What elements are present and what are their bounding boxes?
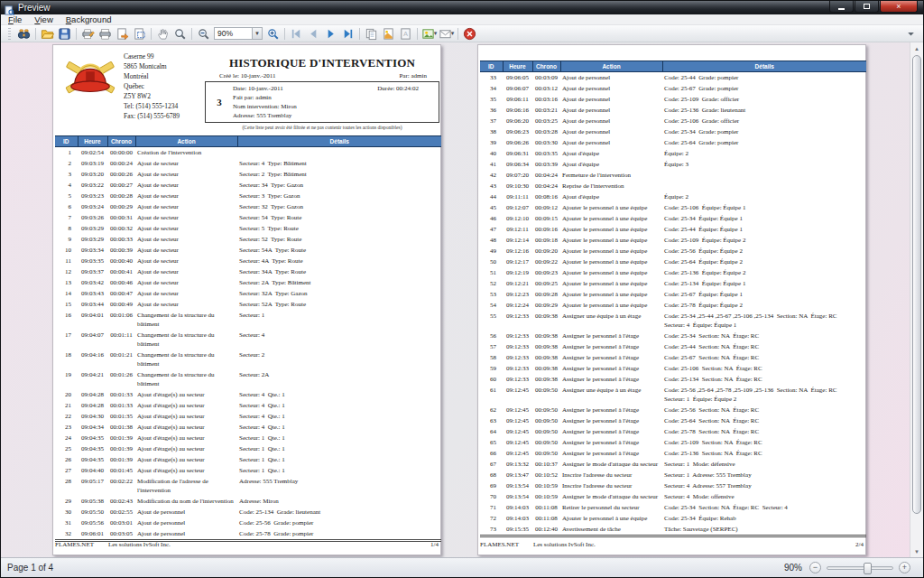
row-details: Adresse: Miron (237, 496, 441, 507)
row-chrono: 00:00:33 (107, 234, 135, 245)
row-details: Adresse: 555 Tremblay (237, 476, 441, 496)
row-chrono: 00:00:00 (107, 147, 135, 159)
row-details: Secteur: 1 (237, 310, 441, 330)
status-bar: Page 1 of 4 90% − + (1, 557, 923, 577)
zoom-out-button[interactable] (195, 26, 212, 42)
row-details: Code: 25-78 Section: NA Étage: RC (662, 426, 866, 437)
row-heure: 09:03:20 (78, 169, 107, 180)
row-heure: 09:12:10 (503, 213, 532, 224)
table-row: 6009:12:3300:09:38Assigner le personnel … (480, 374, 866, 385)
row-heure: 09:12:45 (503, 415, 532, 426)
zoom-slider-thumb[interactable] (864, 563, 872, 574)
menu-file[interactable]: File (8, 14, 22, 24)
toolbar-separator (76, 28, 77, 40)
scroll-down-icon[interactable]: ▼ (910, 545, 923, 557)
nav-next-button[interactable] (322, 26, 339, 42)
row-details: Code: 25-64 Équipe: Équipe 2 (662, 256, 866, 267)
table-row: 809:03:2900:00:32Ajout de secteurSecteur… (55, 223, 441, 234)
zoom-in-button[interactable]: + (899, 562, 910, 573)
row-id: 56 (480, 331, 503, 341)
row-chrono: 00:03:01 (107, 517, 135, 528)
row-details: Code: 25-34 Équipe: Équipe 1 (662, 213, 866, 224)
vertical-scrollbar[interactable]: ▲ ▼ (910, 42, 923, 557)
hand-button[interactable] (154, 26, 171, 42)
svg-text:A: A (403, 30, 408, 38)
scroll-up-icon[interactable]: ▲ (910, 42, 923, 54)
nav-prev-button[interactable] (305, 26, 322, 42)
row-action: Ajout de personnel (560, 105, 662, 116)
row-id: 30 (55, 507, 78, 517)
zoom-in-button[interactable] (264, 26, 282, 42)
row-chrono: 00:00:47 (107, 288, 135, 299)
row-action: Ajouter le personnel à une équipe (560, 213, 662, 224)
watermark-button[interactable]: A (397, 26, 414, 42)
row-details: Code: 25-34 Section: NA Étage: RC Secteu… (662, 502, 866, 513)
watermark-icon: A (399, 27, 412, 41)
menu-view[interactable]: View (34, 14, 52, 24)
snapshot-button[interactable] (131, 26, 148, 42)
row-heure: 09:12:07 (503, 202, 532, 213)
row-details: Code: 25-136 Équipe: Équipe 2 (662, 267, 866, 278)
row-details: Code: 25-78 Grade: pompier (237, 528, 441, 541)
page-background-button[interactable] (380, 26, 397, 42)
row-id: 18 (55, 350, 78, 369)
toolbar-separator (417, 28, 418, 40)
scrollbar-thumb[interactable] (912, 55, 921, 514)
row-details: Code: 25-34 Grade: pompier (662, 126, 866, 137)
maximize-button[interactable] (855, 1, 879, 13)
title-bar[interactable]: Preview × (1, 1, 923, 14)
stop-button[interactable] (461, 26, 478, 42)
close-button[interactable]: × (880, 1, 918, 13)
row-id: 13 (55, 277, 78, 288)
minimize-icon (838, 8, 845, 10)
nav-first-button[interactable] (288, 26, 305, 42)
row-heure: 09:12:45 (503, 448, 532, 459)
row-heure: 09:12:33 (503, 341, 532, 352)
table-row: 1909:04:2100:01:26Changement de la struc… (55, 369, 441, 389)
image-export-button[interactable]: ▾ (420, 26, 438, 42)
row-action: Ajouter le personnel à une équipe (560, 202, 662, 213)
print-setup-button[interactable] (79, 26, 97, 42)
row-action: Ajouter le personnel à une équipe (560, 246, 662, 256)
row-heure: 09:12:33 (503, 363, 532, 374)
row-chrono: 00:00:39 (107, 245, 135, 256)
row-action: Ajout de secteur (135, 266, 237, 277)
maximize-icon (864, 4, 870, 9)
zoom-level-combo[interactable]: 90%▾ (214, 27, 263, 40)
page-background-icon (382, 27, 395, 41)
zoom-slider-track[interactable] (827, 566, 893, 570)
table-row: 3909:06:2600:03:30Ajout de personnelCode… (480, 137, 866, 148)
row-details: Code: 25-109 Équipe: Équipe 2 (662, 235, 866, 246)
row-heure: 09:13:47 (503, 470, 532, 480)
row-id: 65 (480, 437, 503, 448)
row-chrono: 00:01:39 (107, 443, 135, 454)
multi-page-button[interactable] (363, 26, 380, 42)
save-button[interactable] (56, 26, 73, 42)
row-details: Code: 25-56 Section: NA Étage: RC (662, 405, 866, 415)
magnifier-button[interactable] (171, 26, 189, 42)
row-chrono: 00:09:18 (532, 235, 560, 246)
row-action: Assigner le mode d'attaque du secteur (560, 491, 662, 502)
row-heure: 09:04:01 (78, 310, 107, 330)
open-button[interactable] (39, 26, 56, 42)
find-button[interactable] (15, 26, 32, 42)
minimize-button[interactable] (829, 1, 854, 13)
row-heure: 09:12:21 (503, 278, 532, 289)
intervention-number: 3 (206, 84, 233, 120)
zoom-out-button[interactable]: − (809, 562, 821, 573)
row-details: Code: 25-134 Équipe: Équipe 1 (662, 278, 866, 289)
row-id: 31 (55, 517, 78, 528)
nav-last-button[interactable] (339, 26, 356, 42)
export-page-button[interactable] (114, 26, 131, 42)
mail-button[interactable]: ▾ (438, 26, 455, 42)
toolbar-separator (359, 28, 360, 40)
table-row: 2609:04:3500:01:39Ajout d'étage(s) au se… (55, 454, 441, 465)
close-icon: × (896, 3, 901, 11)
table-row: 3009:05:5000:02:55Ajout de personnelCode… (55, 507, 441, 517)
row-action: Ajouter le personnel à une équipe (560, 300, 662, 311)
print-button[interactable] (97, 26, 114, 42)
combo-dropdown-icon[interactable]: ▾ (252, 28, 262, 39)
menu-background[interactable]: Background (66, 14, 112, 24)
overflow-button[interactable] (902, 26, 919, 42)
row-details: Code: 25-106 Section: NA Étage: RC (662, 363, 866, 374)
